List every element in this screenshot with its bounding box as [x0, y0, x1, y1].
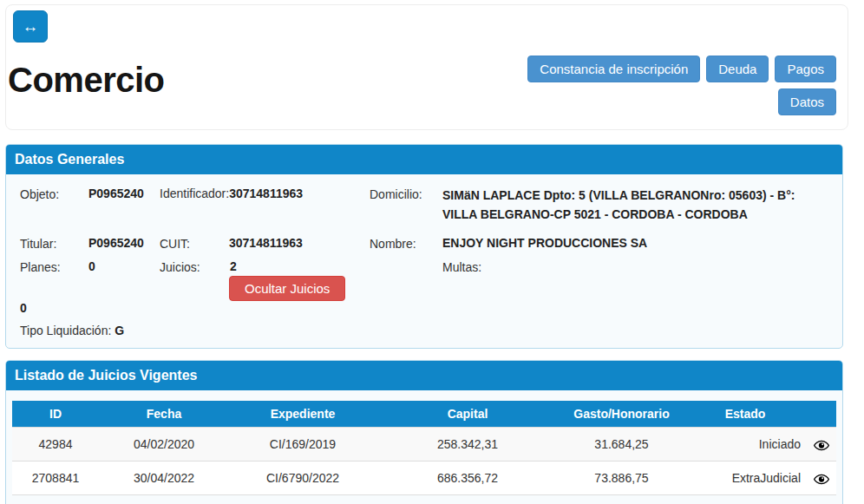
cell-fecha: 04/02/2020 [99, 428, 229, 461]
cuit-value: 30714811963 [229, 236, 370, 250]
juicios-panel: Listado de Juicios Vigentes ID Fecha Exp… [5, 360, 843, 504]
domicilio-value: SIMäN LAPLACE Dpto: 5 (VILLA BELGRANONro… [442, 187, 830, 224]
col-header-fecha: Fecha [99, 401, 229, 428]
tipo-liquidacion-field: Tipo Liquidación:G [6, 322, 842, 337]
juicios-table: ID Fecha Expediente Capital Gasto/Honora… [12, 401, 836, 495]
planes-label: Planes: [20, 259, 88, 274]
cell-expediente: CI/169/2019 [229, 428, 376, 461]
header-action-buttons: Constancia de inscripción Deuda Pagos Da… [527, 56, 836, 115]
col-header-actions [806, 401, 836, 428]
planes-value: 0 [88, 259, 160, 273]
juicios-field: 2 Ocultar Juicios [229, 259, 442, 301]
header-buttons-row-2: Datos [778, 88, 836, 115]
identificador-field: Identificador:30714811963 [160, 187, 370, 200]
juicios-count: 2 [229, 259, 237, 273]
multas-value: 0 [20, 301, 88, 315]
juicios-panel-title: Listado de Juicios Vigentes [6, 361, 842, 390]
tipo-liquidacion-label: Tipo Liquidación: [20, 323, 111, 337]
multas-label: Multas: [442, 259, 830, 274]
cell-gasto-honorario: 73.886,75 [559, 461, 684, 495]
header-buttons-row-1: Constancia de inscripción Deuda Pagos [527, 56, 836, 82]
datos-row-2: Titular: P0965240 CUIT: 30714811963 Nomb… [6, 236, 842, 251]
cell-id: 42984 [12, 428, 99, 461]
cell-expediente: CI/6790/2022 [229, 461, 376, 495]
view-juicio-button[interactable] [814, 440, 829, 451]
cell-capital: 686.356,72 [376, 461, 559, 495]
datos-row-1: Objeto: P0965240 Identificador:307148119… [6, 187, 842, 224]
table-row: 2708841 30/04/2022 CI/6790/2022 686.356,… [12, 461, 836, 495]
nombre-label: Nombre: [370, 236, 442, 251]
sidebar-toggle-button[interactable]: ↔ [13, 10, 48, 43]
cuit-label: CUIT: [160, 236, 229, 251]
col-header-estado: Estado [684, 401, 806, 428]
constancia-inscripcion-button[interactable]: Constancia de inscripción [527, 56, 700, 82]
col-header-expediente: Expediente [229, 401, 376, 428]
tipo-liquidacion-value: G [115, 324, 124, 337]
nombre-value: ENJOY NIGHT PRODUCCIONES SA [442, 236, 830, 250]
domicilio-label: Domicilio: [370, 187, 442, 201]
cell-capital: 258.342,31 [376, 428, 559, 461]
objeto-value: P0965240 [88, 187, 160, 200]
col-header-capital: Capital [376, 401, 559, 428]
header-card: ↔ Comercio Constancia de inscripción Deu… [5, 4, 848, 130]
identificador-value: 30714811963 [229, 187, 303, 200]
view-juicio-button[interactable] [814, 474, 829, 485]
datos-generales-panel-title: Datos Generales [6, 145, 842, 174]
cell-id: 2708841 [12, 461, 99, 495]
table-row: 42984 04/02/2020 CI/169/2019 258.342,31 … [12, 428, 836, 461]
objeto-label: Objeto: [20, 187, 88, 201]
titular-label: Titular: [20, 236, 88, 251]
juicios-label: Juicios: [160, 259, 229, 274]
cell-estado: ExtraJudicial [684, 461, 806, 495]
datos-generales-panel: Datos Generales Objeto: P0965240 Identif… [5, 144, 843, 349]
cell-estado: Iniciado [684, 428, 806, 461]
cell-fecha: 30/04/2022 [99, 461, 229, 495]
cell-gasto-honorario: 31.684,25 [559, 428, 684, 461]
datos-button[interactable]: Datos [778, 88, 836, 115]
table-header-row: ID Fecha Expediente Capital Gasto/Honora… [12, 401, 836, 428]
eye-icon [814, 441, 829, 454]
titular-value: P0965240 [88, 236, 160, 250]
juicios-table-wrap: ID Fecha Expediente Capital Gasto/Honora… [6, 390, 842, 504]
ocultar-juicios-button[interactable]: Ocultar Juicios [229, 276, 345, 301]
col-header-id: ID [12, 401, 99, 428]
horizontal-arrows-icon: ↔ [23, 17, 39, 36]
identificador-label: Identificador: [160, 186, 229, 200]
deuda-button[interactable]: Deuda [706, 56, 769, 82]
eye-icon [814, 475, 829, 488]
datos-row-3: Planes: 0 Juicios: 2 Ocultar Juicios Mul… [6, 259, 842, 315]
page-title: Comercio [8, 61, 165, 100]
pagos-button[interactable]: Pagos [775, 56, 836, 82]
datos-generales-body: Objeto: P0965240 Identificador:307148119… [6, 174, 842, 348]
col-header-gasto-honorario: Gasto/Honorario [559, 401, 684, 428]
